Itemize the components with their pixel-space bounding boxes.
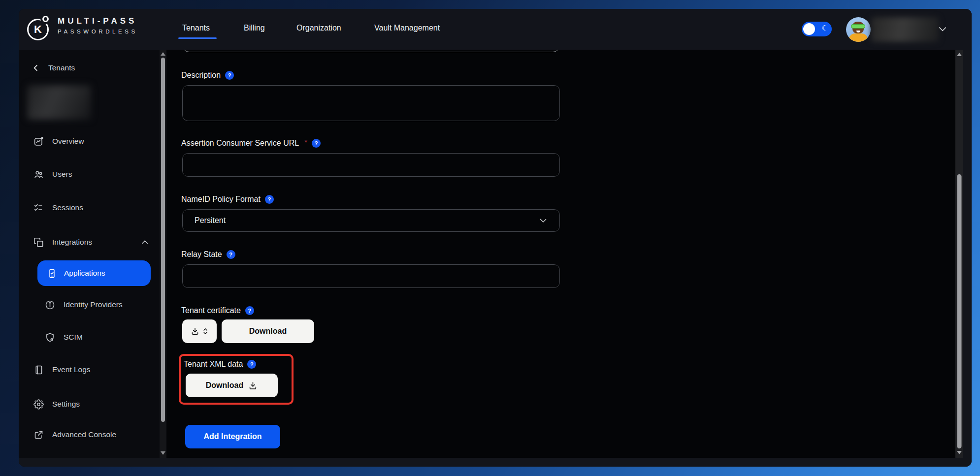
certificate-download-button[interactable]: Download bbox=[222, 319, 314, 343]
tenant-xml-download-label: Download bbox=[206, 381, 243, 390]
description-textarea[interactable] bbox=[182, 85, 560, 121]
sidebar-item-event-logs[interactable]: Event Logs bbox=[19, 361, 160, 379]
previous-field-input-cutoff[interactable] bbox=[182, 50, 560, 52]
acs-url-input[interactable] bbox=[182, 153, 560, 177]
sidebar-item-scim[interactable]: SCIM bbox=[19, 328, 160, 346]
info-circle-icon bbox=[45, 300, 55, 310]
sidebar-item-label: Settings bbox=[52, 400, 80, 409]
checklist-icon bbox=[33, 203, 44, 213]
tab-vault-management[interactable]: Vault Management bbox=[374, 24, 440, 32]
nameid-label-row: NameID Policy Format ? bbox=[181, 195, 274, 204]
sidebar-back-label: Tenants bbox=[48, 63, 75, 72]
certificate-download-label: Download bbox=[249, 327, 287, 336]
certificate-format-select-button[interactable] bbox=[182, 319, 217, 343]
help-badge[interactable]: ? bbox=[227, 250, 235, 259]
relay-state-input[interactable] bbox=[182, 264, 560, 288]
top-nav: K MULTI-PASS PASSWORDLESS Tenants Billin… bbox=[19, 9, 972, 50]
desktop-background: K MULTI-PASS PASSWORDLESS Tenants Billin… bbox=[0, 0, 980, 476]
required-asterisk: * bbox=[304, 138, 307, 146]
avatar-goggles bbox=[851, 24, 865, 29]
users-icon bbox=[33, 169, 44, 180]
account-chevron-down-icon[interactable] bbox=[938, 26, 947, 32]
blurred-username[interactable] bbox=[871, 17, 939, 42]
main-scroll-down-arrow[interactable] bbox=[957, 451, 962, 454]
sidebar-scrollbar bbox=[160, 50, 166, 458]
tenant-xml-label: Tenant XML data bbox=[184, 360, 243, 369]
tenant-certificate-label: Tenant certificate bbox=[181, 306, 241, 315]
sidebar-item-overview[interactable]: Overview bbox=[19, 132, 160, 150]
sidebar-item-label: Overview bbox=[52, 137, 84, 146]
sidebar-item-label: Advanced Console bbox=[52, 430, 116, 439]
download-icon bbox=[191, 327, 199, 336]
sidebar-item-advanced-console[interactable]: Advanced Console bbox=[19, 426, 160, 444]
add-integration-button[interactable]: Add Integration bbox=[185, 425, 280, 448]
avatar[interactable] bbox=[846, 17, 871, 42]
mobile-check-icon bbox=[47, 268, 57, 279]
download-icon bbox=[248, 381, 258, 390]
sidebar-scrollbar-thumb[interactable] bbox=[161, 58, 165, 422]
shield-badge-icon bbox=[45, 332, 55, 343]
brand-tagline: PASSWORDLESS bbox=[58, 29, 138, 34]
help-badge[interactable]: ? bbox=[312, 139, 321, 148]
journal-icon bbox=[33, 365, 44, 375]
sidebar-item-label: Applications bbox=[64, 269, 105, 278]
gear-icon bbox=[33, 399, 44, 410]
tab-billing[interactable]: Billing bbox=[244, 24, 265, 32]
tenant-xml-label-row: Tenant XML data ? bbox=[184, 360, 256, 369]
sidebar-item-label: Identity Providers bbox=[64, 300, 123, 309]
sidebar-item-integrations[interactable]: Integrations bbox=[19, 233, 160, 251]
nameid-selected-value: Persitent bbox=[195, 216, 226, 225]
theme-toggle[interactable]: ☾ bbox=[802, 22, 832, 36]
help-badge[interactable]: ? bbox=[225, 71, 234, 80]
main-content: Description ? Assertion Consumer Service… bbox=[166, 50, 955, 458]
help-badge[interactable]: ? bbox=[247, 360, 256, 369]
brand-name: MULTI-PASS bbox=[58, 16, 138, 26]
help-badge[interactable]: ? bbox=[245, 306, 254, 315]
tenant-certificate-label-row: Tenant certificate ? bbox=[181, 306, 254, 315]
tab-organization[interactable]: Organization bbox=[296, 24, 341, 32]
description-label-row: Description ? bbox=[181, 71, 234, 80]
sidebar: Tenants Overview Users bbox=[19, 50, 160, 458]
sidebar-item-label: Sessions bbox=[52, 203, 83, 212]
sidebar-scroll-down-arrow[interactable] bbox=[161, 451, 165, 455]
window-right-edge bbox=[963, 50, 972, 458]
brand-logo-degree-dot bbox=[42, 16, 49, 22]
sidebar-item-label: SCIM bbox=[64, 333, 83, 342]
sidebar-item-settings[interactable]: Settings bbox=[19, 395, 160, 413]
moon-icon: ☾ bbox=[822, 24, 828, 32]
caret-up-down-icon bbox=[202, 327, 208, 335]
sidebar-back-tenants[interactable]: Tenants bbox=[19, 60, 160, 76]
main-scrollbar-thumb[interactable] bbox=[957, 174, 961, 448]
sidebar-item-label: Integrations bbox=[52, 238, 92, 247]
chevron-down-icon bbox=[539, 218, 548, 223]
activity-chart-icon bbox=[33, 136, 44, 147]
tenant-xml-download-button[interactable]: Download bbox=[186, 374, 278, 397]
blurred-tenant-name bbox=[27, 85, 91, 120]
external-link-icon bbox=[33, 430, 44, 440]
nameid-label: NameID Policy Format bbox=[181, 195, 261, 204]
sun-icon bbox=[803, 23, 815, 35]
tab-tenants[interactable]: Tenants bbox=[182, 24, 210, 32]
sidebar-item-label: Users bbox=[52, 170, 72, 179]
app-window: K MULTI-PASS PASSWORDLESS Tenants Billin… bbox=[19, 9, 972, 467]
sidebar-item-sessions[interactable]: Sessions bbox=[19, 199, 160, 217]
sidebar-item-identity-providers[interactable]: Identity Providers bbox=[19, 296, 160, 314]
chevron-up-icon[interactable] bbox=[141, 240, 149, 245]
help-badge[interactable]: ? bbox=[265, 195, 274, 204]
window-bottom-edge bbox=[19, 458, 972, 467]
sidebar-item-users[interactable]: Users bbox=[19, 165, 160, 183]
chevron-left-icon bbox=[32, 63, 40, 72]
main-scroll-up-arrow[interactable] bbox=[957, 53, 962, 56]
active-tab-underline bbox=[178, 37, 217, 39]
avatar-shirt bbox=[849, 33, 868, 42]
main-scrollbar bbox=[955, 50, 963, 458]
brand-monogram: K bbox=[34, 23, 42, 36]
nameid-policy-select[interactable]: Persitent bbox=[182, 209, 560, 232]
brand-block: MULTI-PASS PASSWORDLESS bbox=[58, 16, 138, 34]
sidebar-item-applications-active[interactable]: Applications bbox=[37, 260, 151, 286]
acs-url-label-row: Assertion Consumer Service URL * ? bbox=[181, 139, 321, 148]
acs-url-label: Assertion Consumer Service URL bbox=[181, 139, 299, 148]
sidebar-scroll-up-arrow[interactable] bbox=[161, 52, 165, 56]
description-label: Description bbox=[181, 71, 221, 80]
layers-icon bbox=[33, 237, 44, 248]
